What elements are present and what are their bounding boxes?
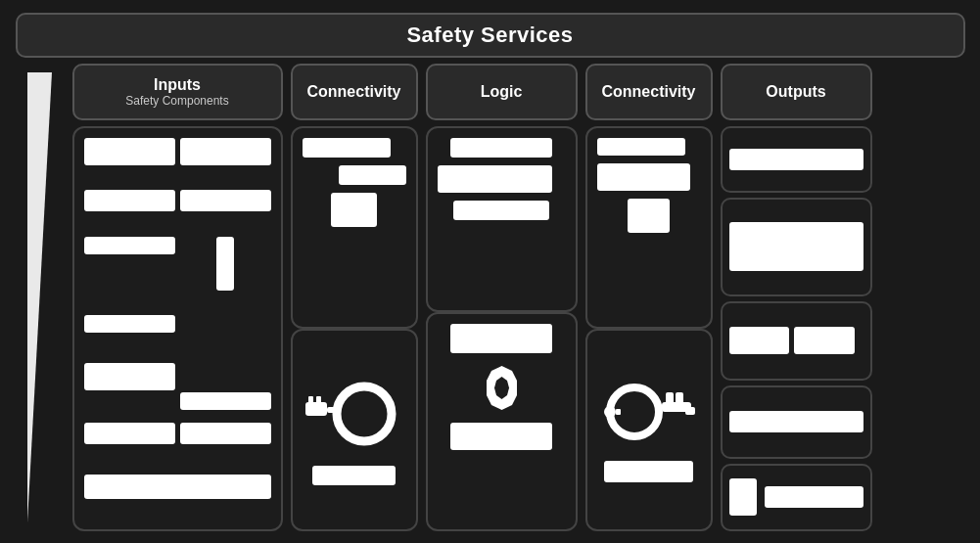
top-banner: Safety Services: [16, 13, 965, 58]
input-block-6-wrap: [180, 237, 271, 311]
conn1-block-bottom: [312, 466, 396, 485]
svg-rect-1: [305, 402, 327, 416]
conn1-top-card: [291, 126, 418, 329]
conn1-header: Connectivity: [291, 64, 418, 120]
svg-rect-2: [308, 396, 313, 404]
banner-title: Safety Services: [406, 23, 573, 48]
out-block-3b: [794, 327, 855, 354]
conn1-bottom-card: [291, 329, 418, 531]
input-block-1: [84, 138, 175, 165]
svg-rect-11: [685, 407, 695, 415]
out-block-2: [729, 222, 863, 271]
svg-rect-9: [666, 392, 674, 404]
logic-block-4: [450, 324, 553, 353]
conn2-top-card: [585, 126, 713, 329]
out-block-5b: [765, 486, 863, 508]
output-card-1: [721, 126, 872, 194]
output-card-2: [721, 198, 872, 295]
input-block-5: [84, 237, 175, 254]
out-block-1: [729, 149, 863, 170]
conn2-ring-visual: [595, 378, 703, 451]
logic-gear-icon: [475, 361, 529, 415]
column-inputs: Inputs Safety Components: [72, 64, 283, 531]
column-connectivity2: Connectivity: [585, 64, 713, 531]
outputs-header: Outputs: [721, 64, 872, 120]
svg-rect-4: [327, 407, 339, 413]
logic-block-2: [438, 165, 553, 193]
svg-point-12: [604, 406, 616, 418]
triangle-shape: [27, 72, 52, 522]
conn1-ring-visual: [301, 375, 408, 453]
input-block-9: [180, 392, 271, 410]
logic-block-1: [450, 138, 553, 158]
out-block-4: [729, 411, 863, 432]
input-block-10: [84, 423, 175, 444]
columns-row: Inputs Safety Components: [16, 64, 965, 531]
out-block-5a: [729, 478, 757, 516]
conn2-header: Connectivity: [585, 64, 713, 120]
logic-top-card: [426, 126, 578, 312]
svg-rect-13: [616, 409, 621, 415]
output-card-3: [721, 301, 872, 381]
input-block-6: [216, 237, 234, 291]
logic-title: Logic: [481, 83, 523, 101]
inputs-card: [72, 126, 283, 531]
input-block-8: [84, 363, 175, 390]
input-block-11: [180, 423, 271, 444]
outputs-body: [721, 126, 872, 531]
input-block-7: [84, 315, 175, 333]
out-block-3a: [729, 327, 790, 354]
conn1-block-2: [339, 165, 406, 185]
left-triangle: [16, 64, 65, 531]
main-container: Safety Services Inputs Safety Components: [16, 13, 965, 531]
conn1-block-1: [303, 138, 391, 158]
svg-point-0: [337, 386, 392, 441]
output-card-5: [721, 464, 872, 531]
logic-bottom-card: [426, 312, 578, 531]
conn1-title: Connectivity: [306, 83, 400, 101]
conn1-block-3: [331, 193, 378, 227]
conn2-block-2: [597, 163, 690, 191]
conn2-block-1: [597, 138, 685, 156]
input-block-4: [180, 190, 271, 211]
outputs-title: Outputs: [766, 83, 825, 101]
logic-block-3: [453, 201, 549, 220]
conn2-block-3: [628, 199, 669, 233]
column-outputs: Outputs: [721, 64, 872, 531]
column-connectivity1: Connectivity: [291, 64, 418, 531]
logic-block-5: [450, 423, 553, 450]
input-block-12: [84, 475, 271, 499]
logic-header: Logic: [426, 64, 578, 120]
conn2-block-bottom: [604, 461, 692, 482]
svg-rect-3: [316, 396, 321, 404]
inputs-subtitle: Safety Components: [125, 94, 228, 108]
inputs-header: Inputs Safety Components: [72, 64, 283, 120]
output-card-4: [721, 385, 872, 459]
inputs-title: Inputs: [154, 76, 201, 94]
input-block-3: [84, 190, 175, 211]
conn2-title: Connectivity: [601, 83, 695, 101]
conn2-bottom-card: [585, 329, 713, 531]
input-block-2: [180, 138, 271, 165]
column-logic: Logic: [426, 64, 578, 531]
svg-rect-10: [676, 392, 683, 404]
